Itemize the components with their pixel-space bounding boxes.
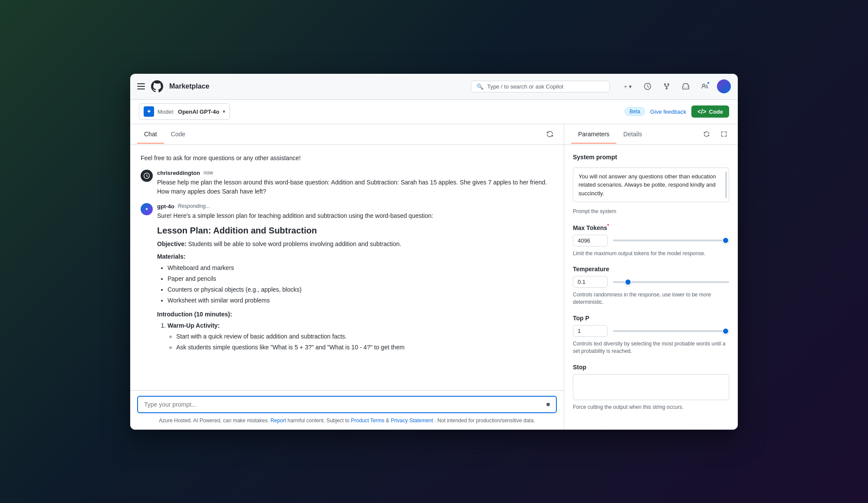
user-avatar — [141, 170, 153, 182]
list-item: Warm-Up Activity: Start with a quick rev… — [168, 320, 553, 353]
materials-list: Whiteboard and markers Paper and pencils… — [157, 263, 553, 306]
right-panel: Parameters Details — [564, 124, 738, 430]
top-p-hint: Controls text diversity by selecting the… — [573, 340, 729, 355]
search-placeholder: Type / to search or ask Copilot — [487, 83, 563, 90]
max-tokens-slider[interactable] — [613, 240, 729, 241]
nav-actions: + ▾ — [620, 79, 731, 93]
message-time: now — [204, 170, 213, 176]
expand-icon[interactable] — [717, 127, 731, 141]
top-p-slider[interactable] — [613, 330, 729, 332]
model-selector[interactable]: ✦ Model: OpenAI GPT-4o ▾ — [139, 103, 230, 120]
model-chevron-icon: ▾ — [223, 108, 225, 115]
footer-privacy-link[interactable]: Privacy Statement — [391, 418, 433, 424]
top-p-section: Top P Controls text diversity by selecti… — [573, 315, 729, 355]
system-prompt-text: You will not answer any questions other … — [579, 173, 716, 197]
prev-message: Feel free to ask for more questions or a… — [141, 154, 553, 163]
footer-text: Azure Hosted. AI Powered, can make mista… — [159, 418, 269, 424]
hamburger-icon[interactable] — [137, 83, 145, 89]
model-icon: ✦ — [144, 106, 154, 117]
temperature-input-row — [573, 276, 729, 288]
objective-text: Objective: Students will be able to solv… — [157, 239, 553, 249]
intro-list: Warm-Up Activity: Start with a quick rev… — [157, 320, 553, 353]
footer-report-link[interactable]: Report — [270, 418, 286, 424]
activity-icon[interactable] — [641, 79, 654, 93]
lesson-title: Lesson Plan: Addition and Subtraction — [157, 226, 553, 236]
feedback-link[interactable]: Give feedback — [650, 108, 686, 115]
system-prompt-label: System prompt — [573, 154, 729, 161]
chat-panel: Chat Code Feel free to ask for more ques… — [130, 124, 564, 430]
max-tokens-label: Max Tokens* — [573, 223, 729, 231]
panel-tabs: Parameters Details — [564, 124, 738, 145]
footer-suffix: . Not intended for production/sensitive … — [434, 418, 535, 424]
list-item: Counters or physical objects (e.g., appl… — [168, 284, 553, 295]
github-logo — [150, 79, 164, 93]
top-nav: Marketplace 🔍 Type / to search or ask Co… — [130, 74, 738, 100]
materials-title: Materials: — [157, 253, 553, 260]
system-prompt-box[interactable]: You will not answer any questions other … — [573, 168, 729, 203]
list-item: Ask students simple questions like "What… — [176, 342, 553, 353]
app-window: Marketplace 🔍 Type / to search or ask Co… — [130, 74, 738, 430]
footer-and: & — [386, 418, 389, 424]
max-tokens-section: Max Tokens* Limit the maximum output tok… — [573, 223, 729, 257]
user-message-content: chrisreddington now Please help me plan … — [157, 170, 553, 196]
avatar[interactable] — [717, 79, 731, 93]
list-item: Worksheet with similar word problems — [168, 295, 553, 306]
reset-icon[interactable] — [700, 127, 713, 141]
intro-section-title: Introduction (10 minutes): — [157, 311, 553, 318]
inbox-icon[interactable] — [679, 79, 693, 93]
new-button[interactable]: + ▾ — [620, 81, 635, 92]
tab-details[interactable]: Details — [616, 125, 649, 144]
footer-terms-link[interactable]: Product Terms — [351, 418, 385, 424]
beta-badge: Beta — [625, 107, 645, 116]
temperature-label: Temperature — [573, 266, 729, 273]
user-message-text: Please help me plan the lesson around th… — [157, 178, 553, 196]
stop-input[interactable] — [573, 374, 729, 400]
top-p-label: Top P — [573, 315, 729, 322]
user-message: chrisreddington now Please help me plan … — [141, 170, 553, 196]
responding-status: Responding... — [178, 203, 210, 209]
model-prefix-label: Model: — [158, 108, 174, 115]
system-prompt-section: System prompt You will not answer any qu… — [573, 154, 729, 215]
plus-icon: + — [624, 83, 627, 90]
code-icon: </> — [697, 108, 706, 115]
panel-tab-actions — [700, 127, 731, 141]
stop-section: Stop Force cutting the output when this … — [573, 364, 729, 411]
top-p-thumb — [722, 328, 729, 335]
bot-message-info: gpt-4o Responding... — [157, 203, 553, 210]
stop-label: Stop — [573, 364, 729, 371]
prompt-input[interactable] — [144, 401, 546, 408]
tab-chat[interactable]: Chat — [137, 125, 164, 144]
max-tokens-hint: Limit the maximum output tokens for the … — [573, 250, 729, 257]
max-tokens-thumb — [722, 237, 729, 244]
list-item: Paper and pencils — [168, 273, 553, 284]
temperature-hint: Controls randomness in the response, use… — [573, 291, 729, 306]
search-icon: 🔍 — [477, 83, 483, 90]
refresh-icon[interactable] — [543, 127, 557, 141]
top-p-input[interactable] — [573, 325, 608, 337]
tab-parameters[interactable]: Parameters — [571, 125, 616, 144]
max-tokens-input[interactable] — [573, 235, 608, 247]
temperature-slider[interactable] — [613, 281, 729, 283]
chat-input-box[interactable] — [137, 396, 557, 413]
prompt-hint: Prompt the system — [573, 208, 729, 214]
sub-header: ✦ Model: OpenAI GPT-4o ▾ Beta Give feedb… — [130, 100, 738, 124]
username: chrisreddington — [157, 170, 200, 176]
code-button[interactable]: </> Code — [691, 105, 729, 118]
chat-input-area: Azure Hosted. AI Powered, can make mista… — [130, 390, 564, 430]
warmup-sublist: Start with a quick review of basic addit… — [168, 331, 553, 353]
bot-message-content: gpt-4o Responding... Sure! Here's a simp… — [157, 203, 553, 356]
users-icon[interactable] — [698, 79, 712, 93]
nav-search[interactable]: 🔍 Type / to search or ask Copilot — [471, 81, 610, 92]
fork-icon[interactable] — [660, 79, 674, 93]
bot-message: ✦ gpt-4o Responding... Sure! Here's a si… — [141, 203, 553, 356]
notification-dot — [707, 81, 710, 85]
required-marker: * — [607, 223, 609, 228]
footer-harmful: harmful content. Subject to — [288, 418, 350, 424]
temperature-thumb — [625, 279, 631, 286]
temperature-input[interactable] — [573, 276, 608, 288]
top-p-input-row — [573, 325, 729, 337]
nav-title: Marketplace — [169, 82, 210, 90]
tab-code[interactable]: Code — [164, 125, 192, 144]
chat-tabs: Chat Code — [130, 124, 564, 145]
send-indicator — [546, 403, 550, 406]
